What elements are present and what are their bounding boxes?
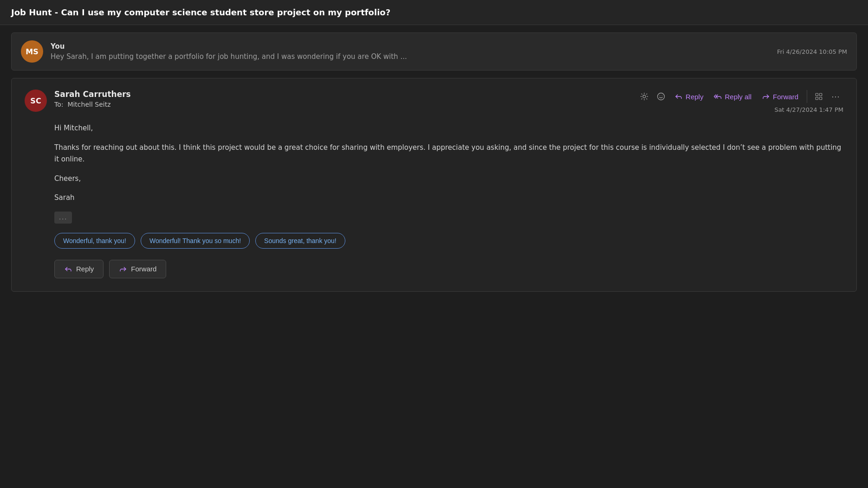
quick-reply-3[interactable]: Sounds great, thank you! [255,233,345,249]
action-divider [807,90,807,103]
svg-rect-15 [820,97,822,100]
email-date-1: Fri 4/26/2024 10:05 PM [777,48,847,55]
emoji-icon [657,92,665,101]
email-preview-1: Hey Sarah, I am putting together a portf… [51,52,468,61]
email-body-2: Hi Mitchell, Thanks for reaching out abo… [54,122,843,233]
sun-icon [640,92,648,101]
email-sender-1: You [51,42,770,51]
forward-button-bottom[interactable]: Forward [109,260,166,278]
email-list: MS You Hey Sarah, I am putting together … [0,25,868,299]
reply-button-top[interactable]: Reply [670,90,708,103]
body-name: Sarah [54,192,843,204]
email-from-2: Sarah Carruthers [54,90,629,99]
thread-title: Job Hunt - Can I use my computer science… [11,7,857,17]
svg-point-9 [658,93,665,100]
quick-replies-group: Wonderful, thank you! Wonderful! Thank y… [54,233,843,249]
reply-icon-bottom [64,265,72,273]
reply-icon-top [674,92,683,101]
ellipsis-badge[interactable]: ... [54,212,72,224]
reply-button-bottom[interactable]: Reply [54,260,104,278]
svg-rect-14 [816,97,818,100]
reply-all-button-top[interactable]: Reply all [709,90,756,103]
body-main: Thanks for reaching out about this. I th… [54,142,843,166]
avatar-ms: MS [21,40,43,63]
email-item-2: SC Sarah Carruthers To: Mitchell Seitz [11,78,857,292]
email-thread-header: Job Hunt - Can I use my computer science… [0,0,868,25]
svg-line-3 [641,94,642,94]
sun-icon-button[interactable] [636,90,652,103]
svg-point-0 [643,95,646,98]
grid-icon [815,92,823,101]
body-cheers: Cheers, [54,173,843,185]
svg-line-8 [647,94,647,94]
email-date-2: Sat 4/27/2024 1:47 PM [774,106,843,113]
email-info-2: Sarah Carruthers To: Mitchell Seitz [54,90,629,108]
avatar-sc: SC [25,90,47,112]
email-header-2: SC Sarah Carruthers To: Mitchell Seitz [25,90,843,113]
email-item-1[interactable]: MS You Hey Sarah, I am putting together … [11,32,857,71]
email-action-group: Reply Reply all [636,90,843,103]
quick-reply-1[interactable]: Wonderful, thank you! [54,233,135,249]
svg-rect-12 [816,93,818,96]
svg-line-4 [647,99,647,99]
email-header-right-2: Reply Reply all [636,90,843,113]
forward-icon-bottom [119,265,127,273]
email-to-2: To: Mitchell Seitz [54,101,629,108]
email-summary-1: You Hey Sarah, I am putting together a p… [51,42,770,61]
forward-button-top[interactable]: Forward [757,90,803,103]
more-options-button[interactable]: ⋯ [828,90,843,103]
svg-line-7 [641,99,642,99]
body-greeting: Hi Mitchell, [54,122,843,135]
forward-icon-top [762,92,770,101]
emoji-icon-button[interactable] [653,90,669,103]
bottom-actions-group: Reply Forward [54,260,843,278]
apps-icon-button[interactable] [811,90,827,103]
svg-rect-13 [820,93,822,96]
quick-reply-2[interactable]: Wonderful! Thank you so much! [141,233,250,249]
reply-all-icon-top [713,92,722,101]
